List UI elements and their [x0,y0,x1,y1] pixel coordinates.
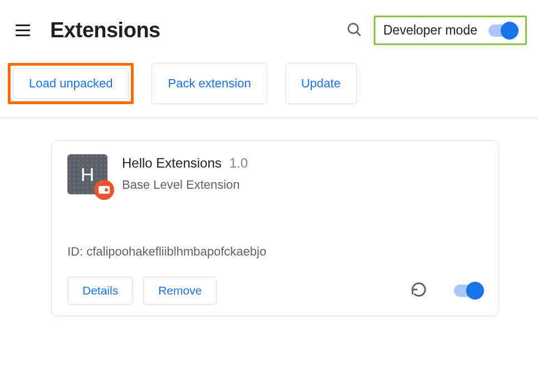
developer-mode-highlight: Developer mode [374,16,527,45]
page-title: Extensions [50,18,346,42]
svg-line-1 [357,32,360,36]
developer-mode-toggle[interactable] [488,24,517,37]
developer-mode-label: Developer mode [383,23,477,38]
toolbar: Load unpacked Pack extension Update [0,56,538,118]
remove-button[interactable]: Remove [143,277,217,305]
unpacked-badge-icon [94,180,114,200]
extension-id-value: cfalipoohakefliiblhmbapofckaebjo [86,244,266,258]
extension-icon-letter: H [81,164,95,185]
extension-icon-wrap: H [67,154,107,194]
pack-extension-button[interactable]: Pack extension [151,63,267,104]
extension-id: ID: cfalipoohakefliiblhmbapofckaebjo [67,244,483,259]
extension-description: Base Level Extension [122,178,483,192]
update-button[interactable]: Update [285,63,357,104]
extension-name: Hello Extensions [122,155,222,171]
load-unpacked-highlight: Load unpacked [8,63,134,104]
header: Extensions Developer mode [0,0,538,56]
menu-icon[interactable] [16,22,33,40]
search-icon[interactable] [346,21,363,40]
extension-enable-toggle[interactable] [454,285,483,297]
extension-version: 1.0 [229,155,248,171]
extension-card: H Hello Extensions 1.0 Base Level Extens… [51,140,499,316]
svg-point-0 [349,23,359,33]
load-unpacked-button[interactable]: Load unpacked [13,68,129,99]
extension-id-label: ID: [67,244,83,258]
details-button[interactable]: Details [67,277,133,305]
reload-icon[interactable] [410,281,427,300]
